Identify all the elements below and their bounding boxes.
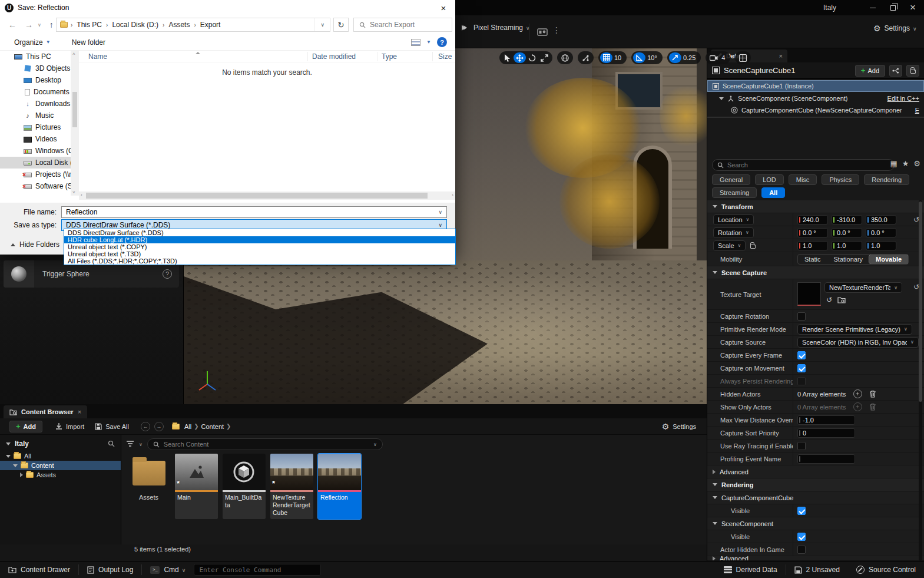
blueprint-button[interactable] bbox=[889, 65, 902, 77]
visible-checkbox[interactable] bbox=[797, 507, 806, 515]
rotate-tool-icon[interactable] bbox=[526, 52, 538, 63]
viewport-maximize-icon[interactable] bbox=[737, 52, 749, 63]
filter-all[interactable]: All bbox=[761, 187, 785, 198]
derived-data-button[interactable]: Derived Data bbox=[716, 562, 786, 578]
sidebar-local-disk-d[interactable]: Local Disk (D:) bbox=[0, 157, 71, 169]
cmd-dropdown[interactable]: >_ Cmd bbox=[142, 562, 194, 578]
sidebar-software-drive[interactable]: Software (S:) bbox=[0, 180, 71, 192]
scale-z-field[interactable]: 1.0 bbox=[866, 241, 896, 250]
console-command-input[interactable]: Enter Console Command bbox=[194, 564, 321, 576]
use-selected-asset-icon[interactable]: ↺ bbox=[826, 296, 832, 304]
texture-target-dropdown[interactable]: NewTextureRenderTarge bbox=[824, 282, 902, 293]
sidebar-scrollbar[interactable]: ˄˅ bbox=[71, 51, 79, 196]
add-asset-button[interactable]: +Add bbox=[9, 421, 42, 432]
breadcrumb-all[interactable]: All bbox=[184, 423, 191, 430]
minimize-button[interactable] bbox=[863, 1, 883, 15]
search-icon[interactable] bbox=[108, 440, 115, 447]
rotation-z-field[interactable]: 0.0 ° bbox=[866, 228, 896, 237]
sidebar-this-pc[interactable]: This PC bbox=[0, 51, 71, 62]
grid-snap-icon[interactable] bbox=[600, 52, 612, 63]
capture-rotation-checkbox[interactable] bbox=[797, 312, 806, 321]
hide-folders-button[interactable]: Hide Folders bbox=[11, 240, 59, 249]
edit-link-truncated[interactable]: E bbox=[915, 107, 919, 114]
filter-physics[interactable]: Physics bbox=[822, 174, 859, 185]
type-option-copy[interactable]: Unreal object text (*.COPY) bbox=[64, 243, 455, 250]
add-array-element-icon[interactable]: + bbox=[853, 389, 862, 398]
type-option-hdr-highlighted[interactable]: HDR cube LongLat (*.HDR) bbox=[64, 236, 455, 243]
breadcrumb-local-disk[interactable]: Local Disk (D:) bbox=[111, 21, 160, 29]
tree-item-assets[interactable]: Assets bbox=[0, 470, 121, 480]
primitive-render-mode-dropdown[interactable]: Render Scene Primitives (Legacy) bbox=[797, 324, 912, 335]
rotation-dropdown[interactable]: Rotation bbox=[713, 227, 754, 238]
rotation-x-field[interactable]: 0.0 ° bbox=[797, 228, 828, 237]
rotation-y-field[interactable]: 0.0 ° bbox=[832, 228, 862, 237]
location-dropdown[interactable]: Location bbox=[713, 214, 754, 225]
address-bar[interactable]: › This PC › Local Disk (D:) › Assets › E… bbox=[56, 18, 330, 32]
sidebar-3d-objects[interactable]: 3D Objects bbox=[0, 62, 71, 74]
source-control-button[interactable]: Source Control bbox=[848, 562, 924, 578]
column-name[interactable]: Name bbox=[79, 52, 107, 61]
help-button[interactable]: ? bbox=[437, 37, 447, 47]
refresh-button[interactable]: ↻ bbox=[333, 18, 349, 32]
help-icon[interactable]: ? bbox=[163, 269, 172, 279]
rendering-advanced[interactable]: Advanced bbox=[707, 556, 924, 561]
dialog-search-input[interactable]: Search Export bbox=[353, 18, 452, 32]
browse-to-asset-icon[interactable] bbox=[837, 296, 846, 303]
sidebar-windows-c[interactable]: Windows (C:) bbox=[0, 145, 71, 157]
mobility-stationary[interactable]: Stationary bbox=[827, 255, 870, 264]
type-option-all-files[interactable]: All Files (*.DDS;*.HDR;*.COPY;*.T3D) bbox=[64, 257, 455, 265]
move-tool-icon[interactable] bbox=[514, 52, 526, 63]
forward-arrow-icon[interactable]: → bbox=[25, 20, 33, 29]
search-content-input[interactable]: Search Content ∨ bbox=[147, 438, 383, 450]
globe-icon[interactable] bbox=[559, 52, 571, 63]
breadcrumb-export[interactable]: Export bbox=[199, 21, 222, 29]
sidebar-pictures[interactable]: Pictures bbox=[0, 121, 71, 133]
column-type[interactable]: Type bbox=[382, 52, 397, 61]
content-browser-settings-button[interactable]: ⚙ Settings bbox=[662, 422, 696, 431]
use-ray-tracing-checkbox[interactable] bbox=[797, 442, 806, 450]
file-name-chevron-icon[interactable]: ∨ bbox=[438, 209, 442, 215]
file-name-input[interactable]: Reflection ∨ bbox=[61, 206, 447, 218]
display-filter-icon[interactable]: ▦ bbox=[890, 159, 897, 168]
edit-in-cpp-link[interactable]: Edit in C++ bbox=[887, 95, 919, 102]
capture-source-dropdown[interactable]: SceneColor (HDR) in RGB, Inv Opacity bbox=[797, 337, 919, 348]
subsection-scene-component[interactable]: SceneComponent bbox=[707, 517, 924, 530]
settings-dropdown[interactable]: Settings bbox=[885, 24, 917, 32]
back-button[interactable]: ← bbox=[141, 422, 150, 431]
overflow-menu-icon[interactable]: ⋮ bbox=[552, 25, 561, 35]
sidebar-desktop[interactable]: Desktop bbox=[0, 74, 71, 86]
type-option-dds[interactable]: DDS DirectDraw Surface (*.DDS) bbox=[64, 229, 455, 236]
component-tree-capturecube[interactable]: CaptureComponentCube (NewSceneCaptureCom… bbox=[707, 104, 924, 116]
details-tab-close-icon[interactable]: × bbox=[779, 52, 783, 60]
content-browser-tab[interactable]: Content Browser × bbox=[4, 405, 87, 418]
scale-lock-icon[interactable] bbox=[750, 245, 756, 249]
capture-on-movement-checkbox[interactable] bbox=[797, 364, 806, 372]
section-scene-capture[interactable]: Scene Capture bbox=[707, 266, 924, 279]
save-all-button[interactable]: Save All bbox=[95, 423, 129, 430]
save-as-type-chevron-icon[interactable]: ∨ bbox=[438, 222, 442, 228]
stream-camera-icon[interactable] bbox=[537, 27, 548, 36]
collapse-icon[interactable] bbox=[6, 442, 11, 445]
surface-snap-icon[interactable] bbox=[579, 52, 592, 63]
scale-tool-icon[interactable] bbox=[538, 52, 551, 63]
location-x-field[interactable]: 240.0 bbox=[797, 215, 828, 224]
sidebar-music[interactable]: ♪Music bbox=[0, 110, 71, 121]
restore-button[interactable] bbox=[883, 1, 903, 15]
view-mode-chevron-icon[interactable]: ▼ bbox=[426, 39, 431, 45]
asset-tile-main[interactable]: * Main bbox=[175, 454, 218, 519]
import-button[interactable]: Import bbox=[55, 423, 84, 430]
component-tree-scenecomponent[interactable]: SceneComponent (SceneComponent) Edit in … bbox=[707, 93, 924, 104]
content-drawer-button[interactable]: Content Drawer bbox=[0, 562, 78, 578]
filter-funnel-icon[interactable] bbox=[126, 441, 134, 448]
clear-array-icon[interactable] bbox=[869, 390, 876, 398]
address-dropdown-chevron-icon[interactable]: ∨ bbox=[314, 18, 330, 31]
section-transform[interactable]: Transform bbox=[707, 200, 924, 213]
max-view-distance-field[interactable]: -1.0 bbox=[797, 415, 855, 425]
add-component-button[interactable]: +Add bbox=[855, 65, 885, 77]
type-option-t3d[interactable]: Unreal object text (*.T3D) bbox=[64, 250, 455, 257]
favorites-star-icon[interactable]: ★ bbox=[902, 159, 909, 168]
camera-speed-value[interactable]: 4 bbox=[720, 54, 728, 61]
new-folder-button[interactable]: New folder bbox=[72, 38, 105, 47]
camera-speed-icon[interactable] bbox=[707, 52, 720, 63]
select-tool-icon[interactable] bbox=[501, 52, 514, 63]
